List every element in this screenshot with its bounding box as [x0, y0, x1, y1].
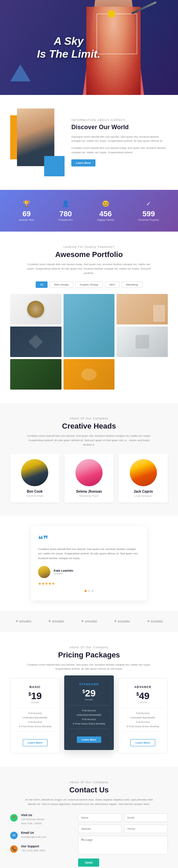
- about-content: Information About Agency Discover Our Wo…: [71, 118, 168, 166]
- team-label: About Of Our Company: [10, 417, 168, 420]
- team-name-1: Selena Jhonsan: [69, 490, 110, 493]
- avatar-ben-cook: [21, 459, 48, 486]
- stat-freelancers-label: Freelancers: [58, 218, 73, 221]
- stat-freelancers: 👤 780 Freelancers: [58, 200, 73, 221]
- tab-seo[interactable]: SEO: [105, 281, 120, 288]
- team-section: About Of Our Company Creative Heads Cura…: [0, 403, 178, 516]
- feature-basic-3: Full Access: [15, 721, 56, 724]
- portfolio-desc: Curabitur lorem blandit felis non laoree…: [24, 262, 154, 275]
- person-icon: 👤: [58, 200, 73, 208]
- pricing-section: About Of Our Company Pricing Packages Cu…: [0, 632, 178, 767]
- portfolio-item-warm[interactable]: [117, 294, 168, 324]
- contact-desc: At nisi lorem, blandit at congue vel, eu…: [24, 798, 154, 807]
- plan-name-advance: Advance: [122, 685, 163, 689]
- pricing-btn-advance[interactable]: Learn More: [130, 739, 155, 746]
- stat-clients: 😊 456 Happy Clients: [97, 200, 114, 221]
- website-input[interactable]: [78, 825, 122, 833]
- contact-info: 📍 Visit Us 230 Norman Street,New York, 1…: [10, 813, 71, 867]
- stat-projects: ✓ 599 Finished Projects: [138, 200, 159, 221]
- pricing-btn-basic[interactable]: Learn More: [23, 739, 48, 746]
- portfolio-item-arch[interactable]: [117, 327, 168, 357]
- pricing-card-standard: Standard $29 /month Full Access Unlimite…: [64, 675, 114, 750]
- phone-input[interactable]: [124, 825, 168, 833]
- team-card-1: Selena Jhonsan Marketing Team: [65, 454, 114, 502]
- tab-marketing[interactable]: Marketing: [122, 281, 142, 288]
- trophy-icon: 🏆: [19, 200, 34, 208]
- brand-3: ✦envato: [81, 619, 97, 624]
- divider-standard-2: [69, 729, 110, 729]
- tab-web-design[interactable]: Web Design: [50, 281, 73, 288]
- tab-all[interactable]: All: [36, 281, 48, 288]
- avatar-jack: [130, 459, 157, 486]
- team-desc: Curabitur lorem blandit felis non laoree…: [24, 434, 154, 447]
- feature-advance-2: Unlimited Bandwidth: [122, 716, 163, 719]
- pricing-cards: Basic $19 /month Full Access Unlimited B…: [10, 678, 168, 753]
- feature-standard-1: Full Access: [69, 709, 110, 712]
- email-address: example@email.com: [21, 835, 47, 839]
- feature-advance-3: Full Access: [122, 721, 163, 724]
- testimonial-text: Curabitur lorem blandit felis non laoree…: [38, 547, 140, 561]
- portfolio-item-blue[interactable]: [64, 294, 115, 357]
- pricing-title: Pricing Packages: [10, 651, 168, 659]
- team-role-2: Lead Designer: [123, 494, 164, 497]
- contact-title: Contact Us: [10, 786, 168, 794]
- visit-address: 230 Norman Street,New York, 10000.: [21, 817, 45, 826]
- hero-ball-decoration: [108, 10, 115, 18]
- brand-1: ✦envato: [15, 619, 31, 624]
- about-image: [10, 108, 65, 176]
- form-row-2: [78, 825, 168, 833]
- hero-headline: A Sky Is The Limit.: [37, 35, 101, 61]
- learn-more-button[interactable]: Learn More: [71, 159, 95, 166]
- dot-3[interactable]: [91, 590, 93, 592]
- testimonial-author: Kate Learinto Designer: [38, 566, 140, 578]
- check-icon: ✓: [138, 200, 159, 208]
- contact-email-text: Email Us example@email.com: [21, 831, 47, 839]
- author-avatar: [38, 566, 50, 578]
- portfolio-item-fruits[interactable]: [64, 359, 115, 390]
- feature-advance-1: Full Access: [122, 712, 163, 715]
- stat-clients-label: Happy Clients: [97, 218, 114, 221]
- team-name-2: Jack Caprio: [123, 490, 164, 493]
- email-title: Email Us: [21, 831, 47, 834]
- stats-section: 🏆 69 Awards Won 👤 780 Freelancers 😊 456 …: [0, 190, 178, 232]
- testimonial-card: ❝❞ Curabitur lorem blandit felis non lao…: [31, 526, 147, 600]
- feature-basic-2: Unlimited Bandwidth: [15, 716, 56, 719]
- pricing-btn-standard[interactable]: Learn More: [77, 736, 101, 743]
- stat-freelancers-number: 780: [58, 210, 73, 218]
- stat-projects-label: Finished Projects: [138, 218, 159, 221]
- dot-2[interactable]: [88, 590, 90, 592]
- stat-projects-number: 599: [138, 210, 159, 218]
- portfolio-item-dark[interactable]: [10, 327, 61, 357]
- team-role-1: Marketing Team: [69, 494, 110, 497]
- portfolio-item-plants[interactable]: [10, 359, 61, 390]
- team-cards: Ben Cook General Head Selena Jhonsan Mar…: [10, 454, 168, 502]
- tab-graphic-design[interactable]: Graphic Design: [75, 281, 103, 288]
- testimonial-stars: ★★★★★: [38, 581, 140, 586]
- plan-per-advance: /month: [122, 701, 163, 704]
- feature-basic-4: 6 Free Extra Extra Monthly: [15, 725, 56, 728]
- stat-awards-number: 69: [19, 210, 34, 218]
- visit-title: Visit Us: [21, 813, 45, 817]
- plan-name-basic: Basic: [15, 685, 56, 689]
- brands-section: ✦envato ✦envato ✦envato ✦envato ✦envato: [0, 611, 178, 632]
- team-role-0: General Head: [14, 494, 55, 497]
- support-title: Our Support: [21, 845, 45, 848]
- plan-price-basic: $19: [15, 691, 56, 701]
- send-button[interactable]: Send: [78, 859, 99, 867]
- hero-section: A Sky Is The Limit.: [0, 0, 178, 95]
- message-textarea[interactable]: [78, 836, 168, 854]
- form-row-1: [78, 813, 168, 822]
- divider-advance: [122, 708, 163, 708]
- name-input[interactable]: [78, 813, 122, 822]
- email-input[interactable]: [124, 813, 168, 822]
- contact-content: 📍 Visit Us 230 Norman Street,New York, 1…: [10, 813, 168, 867]
- location-icon: 📍: [10, 814, 18, 822]
- support-phone: +91 (123)-456-7890: [21, 849, 45, 853]
- brand-2: ✦envato: [48, 619, 64, 624]
- portfolio-label: Looking For Quality Features?: [10, 245, 168, 249]
- happy-icon: 😊: [97, 200, 114, 208]
- plan-name-standard: Standard: [69, 683, 110, 686]
- portfolio-item-coffee[interactable]: [10, 294, 61, 324]
- team-name-0: Ben Cook: [14, 490, 55, 493]
- dot-1[interactable]: [85, 590, 87, 592]
